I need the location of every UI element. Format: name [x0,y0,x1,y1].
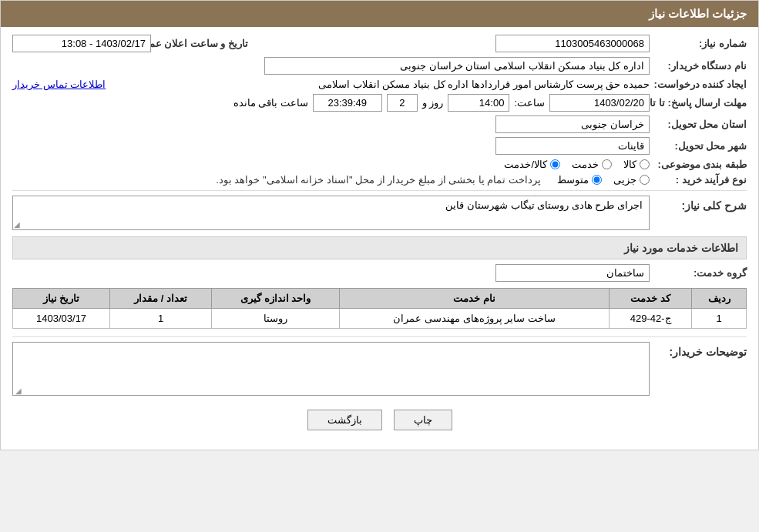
td-service_name: ساخت سایر پروژه‌های مهندسی عمران [340,309,610,329]
contact-link[interactable]: اطلاعات تماس خریدار [12,79,106,90]
td-row_num: 1 [692,309,747,329]
row-creator: ایجاد کننده درخواست: حمیده حق پرست کارشن… [12,79,747,90]
category-radio-group: کالا خدمت کالا/خدمت [504,159,650,170]
deadline-days-label: روز و [422,97,444,109]
announcement-date-value: 1403/02/17 - 13:08 [12,35,151,52]
announcement-date-label: تاریخ و ساعت اعلان عمومی: [156,38,248,49]
deadline-remaining: 23:39:49 [313,94,382,112]
td-date: 1403/03/17 [13,309,110,329]
service-table: ردیف کد خدمت نام خدمت واحد اندازه گیری ت… [12,288,747,329]
page-title: جزئیات اطلاعات نیاز [649,7,747,20]
services-section-header: اطلاعات خدمات مورد نیاز [12,236,747,259]
deadline-time-label: ساعت: [514,97,545,109]
th-unit: واحد اندازه گیری [212,289,340,309]
separator-2 [12,336,747,337]
description-wrapper: اجرای طرح هادی روستای تیگاب شهرستان قاین… [12,196,650,230]
purchase-jozi-text: جزیی [613,174,636,186]
buyer-desc-wrapper: ◢ [12,342,650,398]
category-khadamat-label[interactable]: خدمت [572,159,612,170]
category-khadamat-text: خدمت [572,159,599,170]
row-description: شرح کلی نیاز: اجرای طرح هادی روستای تیگا… [12,196,747,230]
services-section-title: اطلاعات خدمات مورد نیاز [624,242,738,254]
purchase-mottavasset-text: متوسط [557,174,589,186]
row-service-group: گروه خدمت: ساختمان [12,264,747,282]
th-date: تاریخ نیاز [13,289,110,309]
description-label: شرح کلی نیاز: [654,196,747,212]
row-deadline: مهلت ارسال پاسخ: تا تاریخ: 1403/02/20 سا… [12,94,747,112]
row-order-date: شماره نیاز: 1103005463000068 تاریخ و ساع… [12,35,747,52]
service-group-value: ساختمان [495,264,650,282]
deadline-remaining-label: ساعت باقی مانده [233,97,308,109]
creator-label: ایجاد کننده درخواست: [654,79,747,90]
textarea-resize-icon: ◢ [15,386,22,395]
buyer-org-label: نام دستگاه خریدار: [654,60,747,72]
deadline-label: مهلت ارسال پاسخ: تا تاریخ: [654,97,747,109]
row-purchase-type: نوع فرآیند خرید : جزیی متوسط پرداخت تمام… [12,174,747,186]
purchase-jozi-radio[interactable] [640,175,650,185]
purchase-type-radio-group: جزیی متوسط [557,174,650,186]
category-kala-label[interactable]: کالا [623,159,650,170]
category-label: طبقه بندی موضوعی: [654,159,747,170]
back-button[interactable]: بازگشت [307,410,382,430]
deadline-days: 2 [387,94,418,112]
order-number-value: 1103005463000068 [495,35,650,52]
table-row: 1ج-42-429ساخت سایر پروژه‌های مهندسی عمرا… [13,309,747,329]
button-row: چاپ بازگشت [12,410,747,430]
purchase-note: پرداخت تمام یا بخشی از مبلغ خریدار از مح… [216,174,541,186]
category-kala-khadamat-radio[interactable] [550,159,560,169]
buyer-org-value: اداره کل بنیاد مسکن انقلاب اسلامی استان … [264,57,650,75]
city-label: شهر محل تحویل: [654,140,747,152]
resize-icon: ◢ [14,220,20,229]
th-quantity: تعداد / مقدار [110,289,212,309]
purchase-mottavasset-radio[interactable] [592,175,602,185]
category-kala-text: کالا [623,159,636,170]
service-group-label: گروه خدمت: [654,267,747,279]
print-button[interactable]: چاپ [394,410,452,430]
td-service_code: ج-42-429 [609,309,691,329]
row-category: طبقه بندی موضوعی: کالا خدمت کالا/خدمت [12,159,747,170]
td-quantity: 1 [110,309,212,329]
content-area: شماره نیاز: 1103005463000068 تاریخ و ساع… [1,27,758,450]
category-khadamat-radio[interactable] [602,159,612,169]
buyer-desc-textarea[interactable] [12,342,650,396]
province-label: استان محل تحویل: [654,119,747,130]
city-value: قاینات [495,137,650,155]
purchase-mottavasset-label[interactable]: متوسط [557,174,602,186]
separator-1 [12,190,747,191]
deadline-time: 14:00 [448,94,509,112]
buyer-desc-label: توضیحات خریدار: [654,342,747,358]
category-kala-khadamat-text: کالا/خدمت [504,159,547,170]
row-city: شهر محل تحویل: قاینات [12,137,747,155]
category-kala-khadamat-label[interactable]: کالا/خدمت [504,159,560,170]
deadline-date: 1403/02/20 [549,94,650,112]
province-value: خراسان جنوبی [495,115,650,133]
purchase-type-label: نوع فرآیند خرید : [654,174,747,186]
row-province: استان محل تحویل: خراسان جنوبی [12,115,747,133]
row-buyer-desc: توضیحات خریدار: ◢ [12,342,747,398]
page-wrapper: جزئیات اطلاعات نیاز شماره نیاز: 11030054… [0,0,759,450]
td-unit: روستا [212,309,340,329]
purchase-jozi-label[interactable]: جزیی [613,174,650,186]
row-buyer-org: نام دستگاه خریدار: اداره کل بنیاد مسکن ا… [12,57,747,75]
page-header: جزئیات اطلاعات نیاز [1,1,758,27]
th-row-num: ردیف [692,289,747,309]
creator-value: حمیده حق پرست کارشناس امور قراردادها ادا… [116,79,650,90]
th-service-name: نام خدمت [340,289,610,309]
order-number-label: شماره نیاز: [654,38,747,49]
description-value: اجرای طرح هادی روستای تیگاب شهرستان قاین [12,196,650,230]
th-service-code: کد خدمت [609,289,691,309]
category-kala-radio[interactable] [640,159,650,169]
